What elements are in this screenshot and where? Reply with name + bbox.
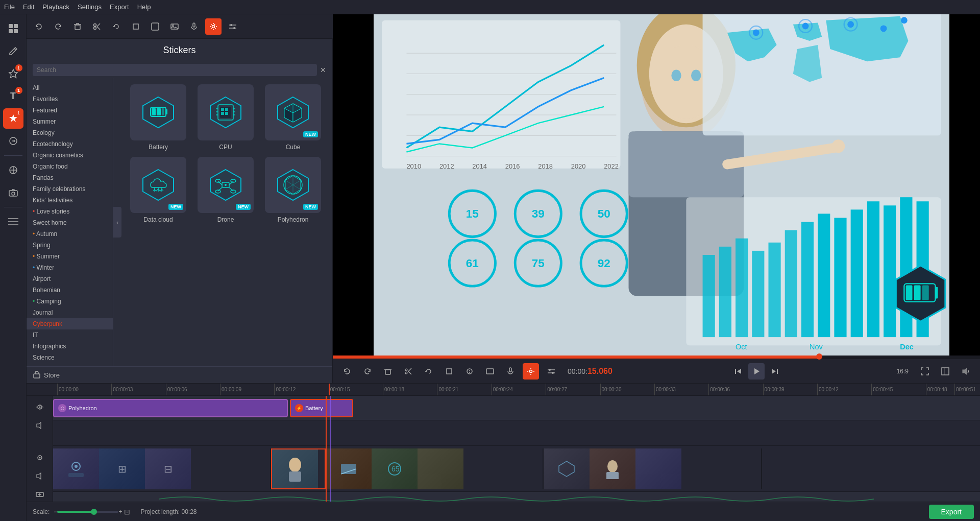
sticker-cpu[interactable]: CPU — [195, 84, 256, 151]
svg-point-27 — [212, 25, 215, 28]
cat-ecotechnology[interactable]: Ecotechnology — [27, 138, 113, 150]
cat-ecology[interactable]: Ecology — [27, 127, 113, 138]
sticker-cube[interactable]: NEW Cube — [262, 84, 324, 151]
cat-all[interactable]: All — [27, 82, 113, 93]
tool-camera[interactable] — [3, 182, 23, 203]
cat-infographics[interactable]: Infographics — [27, 341, 113, 352]
scale-fit-icon[interactable]: ⊡ — [124, 508, 130, 516]
image-ctrl-button[interactable] — [482, 363, 498, 380]
fullscreen-button[interactable] — [937, 363, 953, 380]
audio-settings-button[interactable] — [225, 18, 241, 35]
expand-button[interactable] — [917, 363, 933, 380]
settings-ctrl-button[interactable] — [523, 363, 539, 380]
cat-sweet-home[interactable]: Sweet home — [27, 217, 113, 228]
cat-autumn[interactable]: Autumn — [27, 228, 113, 240]
redo-ctrl-button[interactable] — [359, 363, 376, 380]
redo-button[interactable] — [50, 18, 66, 35]
cat-it[interactable]: IT — [27, 329, 113, 341]
cat-featured[interactable]: Featured — [27, 105, 113, 116]
tool-transitions[interactable] — [3, 131, 23, 151]
cat-love-stories[interactable]: Love stories — [27, 206, 113, 217]
progress-bar-container[interactable] — [333, 356, 980, 359]
store-button[interactable]: Store — [27, 366, 332, 383]
stickers-grid: Battery — [128, 84, 326, 223]
svg-rect-149 — [922, 286, 929, 300]
cat-winter[interactable]: Winter — [27, 262, 113, 273]
search-clear-button[interactable]: ✕ — [320, 66, 326, 74]
cat-pandas[interactable]: Pandas — [27, 172, 113, 183]
rotate-button[interactable] — [108, 18, 125, 35]
add-track-button[interactable] — [32, 487, 48, 502]
tool-overlay[interactable] — [3, 160, 23, 180]
menu-settings[interactable]: Settings — [78, 3, 102, 11]
cat-bohemian[interactable]: Bohemian — [27, 285, 113, 296]
sticker-drone[interactable]: NEW Drone — [195, 157, 256, 223]
track-lower-audio-toggle[interactable] — [32, 469, 48, 483]
svg-text:Oct: Oct — [736, 343, 747, 351]
tool-import[interactable] — [3, 18, 23, 39]
tool-effects[interactable]: 1 — [3, 63, 23, 84]
track-lower-visibility-toggle[interactable] — [32, 451, 48, 465]
video-thumbnails-track: ⊞ ⊟ — [53, 446, 980, 492]
cut-ctrl-button[interactable] — [400, 363, 416, 380]
cat-science[interactable]: Science — [27, 352, 113, 363]
cat-organic-food[interactable]: Organic food — [27, 161, 113, 172]
panel-collapse-arrow[interactable]: ‹ — [113, 207, 121, 238]
menu-edit[interactable]: Edit — [23, 3, 34, 11]
volume-button[interactable] — [958, 363, 974, 380]
ruler-12: 00:00:12 — [274, 384, 296, 395]
menu-file[interactable]: File — [4, 3, 15, 11]
scale-decrease-icon[interactable]: − — [54, 508, 57, 515]
delete-button[interactable] — [69, 18, 86, 35]
battery-clip[interactable]: ⚡ Battery — [290, 399, 353, 417]
export-button[interactable]: Export — [929, 505, 974, 519]
cat-cyberpunk[interactable]: Cyberpunk — [27, 318, 113, 329]
tool-text[interactable]: T 1 — [3, 86, 23, 106]
sticker-polyhedron[interactable]: NEW Polyhedron — [262, 157, 324, 223]
search-input[interactable] — [33, 64, 317, 76]
tool-edit[interactable] — [3, 41, 23, 61]
scale-increase-icon[interactable]: + — [118, 508, 122, 515]
cat-summer[interactable]: Summer — [27, 116, 113, 127]
sticker-battery[interactable]: Battery — [128, 84, 189, 151]
rotate-ctrl-button[interactable] — [421, 363, 437, 380]
settings-gear-button[interactable] — [205, 18, 222, 35]
crop-ctrl-button[interactable] — [441, 363, 457, 380]
cat-spring[interactable]: Spring — [27, 240, 113, 251]
cat-journal[interactable]: Journal — [27, 307, 113, 318]
image-button[interactable] — [166, 18, 183, 35]
play-button[interactable] — [748, 363, 765, 380]
scale-slider[interactable] — [57, 511, 118, 513]
track-visibility-toggle[interactable] — [32, 400, 48, 414]
voice-button[interactable] — [186, 18, 202, 35]
tool-menu[interactable] — [3, 211, 23, 232]
audio-ctrl-button[interactable] — [543, 363, 559, 380]
skip-forward-button[interactable] — [767, 363, 783, 380]
cat-organic-cosmetics[interactable]: Organic cosmetics — [27, 150, 113, 161]
scale-slider-thumb[interactable] — [91, 509, 97, 515]
sticker-data-cloud[interactable]: NEW Data cloud — [128, 157, 189, 223]
menu-bar: File Edit Playback Settings Export Help — [0, 0, 980, 14]
undo-button[interactable] — [31, 18, 47, 35]
cat-airport[interactable]: Airport — [27, 273, 113, 285]
menu-export[interactable]: Export — [110, 3, 129, 11]
cat-favorites[interactable]: Favorites — [27, 93, 113, 105]
cut-button[interactable] — [89, 18, 105, 35]
skip-back-button[interactable] — [730, 363, 746, 380]
svg-rect-42 — [225, 108, 228, 111]
crop-button[interactable] — [128, 18, 144, 35]
tool-stickers[interactable]: 1 — [3, 108, 23, 129]
cat-summer2[interactable]: Summer — [27, 251, 113, 262]
properties-ctrl-button[interactable] — [461, 363, 478, 380]
cat-camping[interactable]: Camping — [27, 296, 113, 307]
voice-ctrl-button[interactable] — [502, 363, 519, 380]
track-audio-toggle[interactable] — [32, 418, 48, 433]
undo-ctrl-button[interactable] — [339, 363, 355, 380]
delete-ctrl-button[interactable] — [380, 363, 396, 380]
menu-playback[interactable]: Playback — [42, 3, 69, 11]
cat-family-celebrations[interactable]: Family celebrations — [27, 183, 113, 195]
cat-kids-festivities[interactable]: Kids' festivities — [27, 195, 113, 206]
menu-help[interactable]: Help — [137, 3, 151, 11]
properties-button[interactable] — [147, 18, 163, 35]
polyhedron-clip[interactable]: ⬡ Polyhedron — [53, 399, 288, 417]
